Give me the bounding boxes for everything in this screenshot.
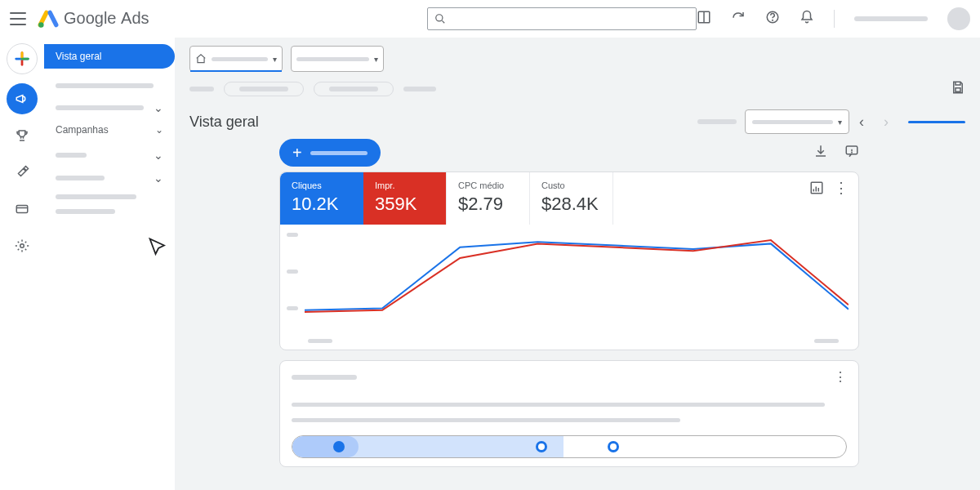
nav-rail: [0, 38, 44, 490]
more-icon[interactable]: ⋮: [834, 369, 847, 385]
product-name: Google Ads: [64, 9, 149, 28]
chevron-down-icon: ⌄: [155, 124, 163, 136]
plus-icon: +: [292, 145, 302, 161]
account-name-placeholder: [854, 16, 928, 21]
save-icon[interactable]: [951, 80, 965, 98]
more-icon[interactable]: ⋮: [834, 180, 849, 195]
progress-stepper[interactable]: [292, 435, 847, 458]
svg-rect-5: [16, 206, 28, 213]
step-dot-complete: [333, 441, 345, 452]
rail-goals[interactable]: [7, 120, 38, 151]
chevron-down-icon: ⌄: [154, 172, 163, 185]
account-selectors: ▾ ▾: [189, 46, 965, 72]
create-button[interactable]: [7, 43, 38, 74]
rail-campaigns[interactable]: [7, 83, 38, 114]
search-icon: [434, 13, 446, 24]
title-bar: Vista geral ▾ ‹ ›: [189, 109, 965, 134]
card-actions: ⋮: [800, 172, 858, 225]
sidebar-item-label: Vista geral: [56, 51, 101, 62]
svg-rect-7: [956, 88, 960, 92]
header-actions: [697, 7, 970, 30]
menu-icon[interactable]: [10, 12, 26, 25]
sidebar-item[interactable]: ⌄: [44, 144, 175, 167]
metric-cost[interactable]: Custo $28.4K: [530, 172, 613, 225]
rail-billing[interactable]: [7, 194, 38, 225]
main-content: ▾ ▾ Vista geral ▾ ‹ › +: [175, 38, 980, 490]
home-icon: [195, 53, 207, 65]
expand-chart-icon[interactable]: [809, 180, 824, 198]
separator: [834, 10, 835, 28]
rail-tools[interactable]: [7, 157, 38, 188]
metric-clicks[interactable]: Cliques 10.2K: [280, 172, 363, 225]
chevron-down-icon: ⌄: [154, 149, 163, 162]
svg-point-4: [773, 20, 773, 20]
download-icon[interactable]: [813, 144, 828, 162]
app-header: Google Ads: [0, 0, 980, 38]
google-ads-logo-icon: [38, 8, 59, 29]
refresh-icon[interactable]: [731, 10, 746, 28]
plus-icon: [13, 50, 31, 68]
reports-icon[interactable]: [697, 10, 711, 28]
rail-settings[interactable]: [7, 230, 38, 261]
metric-tiles: Cliques 10.2K Impr. 359K CPC médio $2.79…: [280, 172, 858, 225]
svg-point-6: [20, 244, 24, 248]
cursor-pointer-icon: [147, 237, 170, 260]
prev-period-button[interactable]: ‹: [849, 109, 874, 134]
card-toolbar: +: [279, 139, 859, 167]
card-header: ⋮: [292, 369, 847, 385]
megaphone-icon: [15, 91, 29, 106]
dropdown-icon: ▾: [838, 118, 842, 127]
account-selector[interactable]: ▾: [189, 46, 283, 72]
new-campaign-button[interactable]: +: [279, 139, 381, 167]
filter-chip[interactable]: [224, 82, 304, 96]
filter-chip-row: [189, 80, 965, 98]
wrench-icon: [15, 165, 29, 180]
recommendations-card: ⋮: [279, 360, 859, 467]
sidebar-item-campaigns[interactable]: Campanhas⌄: [44, 124, 175, 136]
sidebar-item[interactable]: [44, 80, 175, 96]
svg-point-1: [435, 14, 442, 20]
date-range-indicator: [908, 121, 965, 123]
gear-icon: [15, 238, 29, 253]
help-icon[interactable]: [765, 10, 780, 28]
performance-card: Cliques 10.2K Impr. 359K CPC médio $2.79…: [279, 172, 859, 350]
feedback-icon[interactable]: [844, 144, 859, 162]
search-input[interactable]: [427, 7, 697, 30]
product-logo[interactable]: Google Ads: [38, 8, 149, 29]
card-body: [292, 403, 847, 422]
avatar[interactable]: [947, 7, 970, 30]
sidebar-item-label: Campanhas: [56, 124, 109, 136]
metric-impressions[interactable]: Impr. 359K: [363, 172, 447, 225]
sidebar: Vista geral ⌄ Campanhas⌄ ⌄ ⌄: [44, 38, 175, 490]
dropdown-icon: ▾: [374, 55, 378, 64]
trophy-icon: [15, 128, 29, 143]
sidebar-item[interactable]: ⌄: [44, 96, 175, 119]
filter-chip[interactable]: [314, 82, 394, 96]
next-period-button: ›: [874, 109, 898, 134]
performance-chart: [280, 225, 858, 339]
page-title: Vista geral: [189, 114, 259, 131]
notifications-icon[interactable]: [800, 10, 814, 28]
sidebar-item[interactable]: ⌄: [44, 167, 175, 189]
metric-avg-cpc[interactable]: CPC médio $2.79: [447, 172, 530, 225]
chevron-down-icon: ⌄: [154, 101, 163, 114]
sidebar-item-overview[interactable]: Vista geral: [44, 44, 175, 69]
date-range-selector[interactable]: ▾: [745, 109, 849, 134]
campaign-selector[interactable]: ▾: [291, 46, 384, 72]
svg-point-0: [38, 22, 44, 28]
line-chart-svg: [305, 231, 849, 321]
chart-x-labels: [280, 339, 858, 350]
step-dot-pending: [608, 441, 619, 452]
svg-point-9: [852, 152, 853, 153]
sidebar-item-group: [44, 189, 175, 229]
dropdown-icon: ▾: [273, 55, 277, 64]
card-icon: [15, 202, 29, 216]
